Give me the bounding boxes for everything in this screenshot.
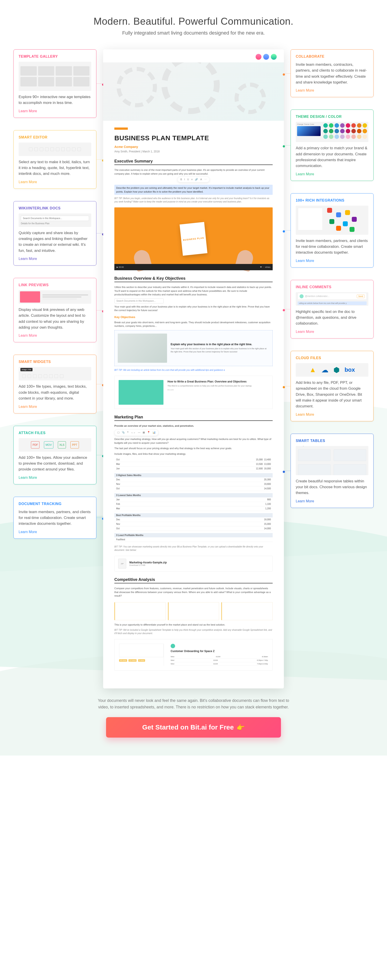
italic-icon[interactable]: I [184, 178, 185, 181]
learn-more-link[interactable]: Learn More [296, 259, 314, 262]
pdf-icon: PDF [31, 441, 40, 449]
card-title: SMART WIDGETS [19, 360, 91, 364]
onedrive-icon: ☁ [321, 366, 328, 374]
chart-icon[interactable]: 📊 [152, 431, 155, 434]
widgets-thumb: Image / File [19, 367, 91, 380]
learn-more-link[interactable]: Learn More [296, 330, 314, 334]
code-icon[interactable]: ＜＞ [131, 431, 136, 434]
learn-more-link[interactable]: Learn More [296, 412, 314, 416]
mov-icon: MOV [44, 441, 53, 449]
headline: Modern. Beautiful. Powerful Communicatio… [0, 0, 387, 40]
card-title: INLINE COMMENTS [296, 285, 368, 289]
cta-label: Get Started on Bit.ai for Free [142, 724, 234, 731]
card-smart-tables: SMART TABLES Change Table Theme Create b… [290, 434, 374, 508]
card-desc: Select any text to make it bold, italics… [19, 159, 91, 177]
avatar[interactable] [263, 53, 270, 60]
video-embed[interactable]: BUSINESS PLAN ▶ 00:00 ❤ ⋯ vimeo [114, 207, 273, 270]
link-preview-thumb [19, 290, 91, 304]
card-desc: Explore 90+ interactive new age template… [19, 94, 91, 106]
cta-button[interactable]: Get Started on Bit.ai for Free 👉 [106, 717, 281, 738]
table-icon[interactable]: ▦ [143, 431, 145, 434]
image-icon[interactable]: ▢ [117, 431, 119, 434]
send-button[interactable]: Send [357, 294, 365, 298]
card-desc: Invite team members, partners, and clien… [296, 238, 368, 256]
more-icon[interactable]: ⋯ [204, 178, 207, 181]
file-attachment[interactable]: ZIP Marketing-Assets-Sample.zip Download… [114, 556, 273, 571]
panel-text: Your main goal with this section of your… [171, 347, 269, 353]
learn-more-link[interactable]: Learn More [296, 499, 314, 503]
learn-more-link[interactable]: Learn More [19, 334, 37, 337]
template-gallery-thumb [19, 62, 91, 91]
comp-cell [168, 602, 219, 620]
play-icon[interactable]: ▶ 00:00 [117, 266, 124, 268]
card-desc: Invite team members, partners, and clien… [19, 509, 91, 527]
panel-tip: BIT TIP: We are including an article bel… [114, 368, 273, 372]
avatar [300, 294, 304, 298]
key-p: Break out your goals into short-term, mi… [114, 321, 273, 328]
spreadsheet-embed[interactable]: 45 mins 12 mins 5 mins Customer Onboardi… [114, 639, 273, 670]
inline-search[interactable]: Search Documents in this Workspace... [114, 298, 164, 304]
card-theme-design: THEME DESIGN / COLOR Change Theme Color [290, 110, 374, 181]
card-title: 100+ RICH Integrations [296, 199, 368, 202]
box-icon: box [345, 366, 355, 373]
video-brand: ❤ ⋯ vimeo [260, 266, 270, 268]
card-document-tracking: DOCUMENT TRACKING Invite team members, p… [13, 497, 97, 539]
avatar[interactable] [270, 53, 277, 60]
card-title: SMART EDITOR [19, 135, 91, 139]
learn-more-link[interactable]: Learn More [296, 88, 314, 92]
theme-thumb: Change Theme Color [296, 122, 368, 142]
card-title: COLLABORATE [296, 54, 368, 59]
align-icon[interactable]: ≡ [191, 178, 193, 181]
card-title: DOCUMENT TRACKING [19, 502, 91, 506]
widget-toolbar[interactable]: ▢📎❝＜＞—▦📍📊 [114, 430, 159, 436]
divider-icon[interactable]: — [138, 431, 140, 434]
comp-cell [114, 602, 166, 620]
floating-toolbar[interactable]: B I U ≡ 🔗 A ⋯ [178, 177, 209, 183]
learn-more-link[interactable]: Learn More [19, 530, 37, 534]
learn-more-link[interactable]: Learn More [19, 257, 37, 261]
mk-tip: BIT TIP: You can showcase marketing asse… [114, 545, 273, 552]
exec-tip: BIT TIP: Before you begin, understand wh… [114, 197, 273, 204]
card-desc: Invite team members, contractors, partne… [296, 62, 368, 85]
color-icon[interactable]: A [200, 178, 202, 181]
learn-more-link[interactable]: Learn More [19, 405, 37, 409]
left-column: TEMPLATE GALLERY Explore 90+ interactive… [11, 49, 97, 539]
mk-p2: Describe your marketing strategy. How wi… [114, 437, 273, 445]
exec-p1: The executive summary is one of the most… [114, 168, 273, 175]
card-title: CLOUD FILES [296, 356, 368, 360]
learn-more-link[interactable]: Learn More [296, 172, 314, 176]
avatar[interactable] [255, 53, 262, 60]
headline-title: Modern. Beautiful. Powerful Communicatio… [0, 16, 387, 27]
learn-more-link[interactable]: Learn More [19, 180, 37, 184]
video-paper: BUSINESS PLAN [179, 222, 208, 256]
bold-icon[interactable]: B [180, 178, 182, 181]
file-icon[interactable]: 📎 [122, 431, 125, 434]
comment-input[interactable]: @mention collaborator... [305, 295, 329, 298]
comments-thumb: @mention collaborator... Send uding an a… [296, 292, 368, 306]
quote-icon[interactable]: ❝ [127, 431, 128, 434]
h-business-overview: Business Overview & Key Objectives [114, 276, 273, 282]
google-drive-icon: ▲ [309, 366, 316, 374]
card-desc: Add a primary color to match your brand … [296, 145, 368, 169]
panel-image [118, 334, 167, 363]
map-icon[interactable]: 📍 [147, 431, 150, 434]
ov-p1: Utilize this section to describe your in… [114, 285, 273, 296]
ss-title: Customer Onboarding for Space Z [171, 649, 268, 653]
doc-byline: Amy Smith, President | March 1, 2018 [114, 150, 273, 153]
article-desc: The third in a comprehensive series to h… [168, 385, 252, 388]
article-preview[interactable]: How to Write a Great Business Plan: Over… [114, 376, 273, 409]
xls-icon: XLS [58, 441, 66, 449]
h-executive-summary: Executive Summary [114, 159, 273, 165]
footer-text: Your documents will never look and feel … [97, 697, 290, 710]
learn-more-link[interactable]: Learn More [19, 109, 37, 113]
wiki-search-input[interactable] [21, 216, 89, 221]
wiki-thumb: Details for the Business Plan [19, 213, 91, 227]
card-link-previews: LINK PREVIEWS Display visual link previe… [13, 278, 97, 342]
document-preview: BUSINESS PLAN TEMPLATE Acme Company Amy … [103, 49, 284, 689]
cloud-thumb: ▲ ☁ ⬢ box [296, 363, 368, 377]
doc-hero-image [103, 62, 284, 121]
card-integrations: 100+ RICH Integrations Invite team membe… [290, 193, 374, 267]
underline-icon[interactable]: U [187, 178, 189, 181]
learn-more-link[interactable]: Learn More [19, 476, 37, 479]
link-icon[interactable]: 🔗 [195, 178, 198, 181]
